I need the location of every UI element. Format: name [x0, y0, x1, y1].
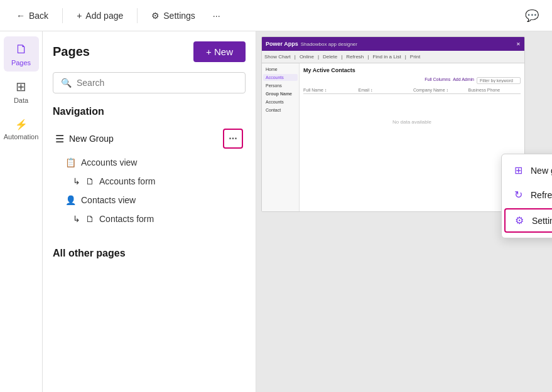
- pages-panel: Pages + New 🔍 Navigation ☰ New Group ···: [43, 31, 256, 392]
- sidebar-item-automation-label: Automation: [4, 133, 39, 140]
- search-icon: 🔍: [61, 78, 72, 88]
- preview-no-data: No data available: [303, 119, 521, 125]
- settings-button[interactable]: ⚙ Settings: [145, 7, 202, 24]
- contacts-form-icon: 🗋: [85, 214, 94, 224]
- pages-icon: 🗋: [15, 42, 28, 56]
- contacts-view-icon: 👤: [65, 195, 76, 205]
- data-icon: ⊞: [16, 79, 26, 94]
- preview-nav-accounts2: Accounts: [263, 98, 298, 105]
- toolbar-sep4: |: [367, 54, 369, 60]
- toolbar-sep2: |: [318, 54, 319, 60]
- toolbar-show-chart: Show Chart: [264, 54, 291, 60]
- add-page-label: Add page: [85, 11, 123, 21]
- toolbar-sep5: |: [405, 54, 406, 60]
- context-menu-settings[interactable]: ⚙ Settings: [504, 208, 552, 233]
- pages-header: Pages + New: [53, 41, 246, 62]
- accounts-form-icon: 🗋: [85, 176, 94, 186]
- three-dot-icon: ···: [229, 133, 237, 144]
- col-phone: Business Phone: [468, 88, 521, 92]
- nav-group-header[interactable]: ☰ New Group ···: [53, 125, 246, 152]
- divider-1: [62, 8, 63, 23]
- accounts-view-icon: 📋: [65, 157, 76, 167]
- settings-icon: ⚙: [513, 215, 526, 226]
- preview-nav-contact: Contact: [263, 107, 298, 114]
- back-button[interactable]: ← Back: [10, 7, 55, 24]
- new-btn-label: + New: [206, 46, 233, 57]
- new-button[interactable]: + New: [193, 41, 246, 62]
- back-icon: ←: [16, 11, 25, 21]
- nav-group-title-wrapper: ☰ New Group: [55, 133, 114, 145]
- navigation-section-title: Navigation: [53, 106, 246, 117]
- top-bar: ← Back + Add page ⚙ Settings ··· 💬: [0, 0, 552, 31]
- toolbar-print: Print: [410, 54, 420, 60]
- new-group-icon: ⊞: [512, 164, 524, 176]
- preview-nav-accounts: Accounts: [263, 74, 298, 81]
- nav-item-contacts-form[interactable]: ↳ 🗋 Contacts form: [53, 210, 246, 228]
- contacts-view-label: Contacts view: [81, 195, 136, 205]
- sidebar-item-pages[interactable]: 🗋 Pages: [4, 36, 39, 72]
- search-box: 🔍: [53, 72, 246, 93]
- accounts-form-label: Accounts form: [99, 176, 155, 186]
- add-page-button[interactable]: + Add page: [70, 7, 129, 24]
- preview-full-columns: Full Columns: [425, 77, 450, 84]
- preview-content: Home Accounts Persons Group Name Account…: [262, 63, 524, 211]
- add-icon: +: [77, 11, 82, 21]
- divider-2: [137, 8, 138, 23]
- pages-title: Pages: [53, 45, 90, 59]
- preview-add-admin: Add Admin: [453, 77, 474, 84]
- preview-area: Power Apps Shadowbox app designer ✕ Show…: [256, 31, 552, 392]
- preview-nav-persons: Persons: [263, 82, 298, 89]
- back-label: Back: [29, 11, 48, 21]
- preview-nav-group: Group Name: [263, 90, 298, 97]
- col-email: Email ↕: [359, 88, 411, 92]
- preview-window: Power Apps Shadowbox app designer ✕ Show…: [261, 36, 525, 212]
- toolbar-sep3: |: [341, 54, 342, 60]
- sidebar-item-automation[interactable]: ⚡ Automation: [4, 112, 39, 147]
- sub-arrow-icon: ↳: [73, 176, 80, 186]
- new-group-label: New group: [531, 166, 552, 176]
- preview-logo: Power Apps: [266, 41, 298, 47]
- col-fullname: Full Name ↕: [303, 88, 356, 92]
- col-company: Company Name ↕: [413, 88, 466, 92]
- toolbar-refresh: Refresh: [346, 54, 364, 60]
- chat-icon-button[interactable]: 💬: [522, 6, 542, 26]
- automation-icon: ⚡: [15, 119, 28, 130]
- nav-item-accounts-view[interactable]: 📋 Accounts view: [53, 154, 246, 171]
- nav-item-accounts-form[interactable]: ↳ 🗋 Accounts form: [53, 172, 246, 190]
- list-icon: ☰: [55, 133, 64, 145]
- preview-main-title: My Active Contacts: [303, 67, 521, 73]
- toolbar-find: Find in a List: [372, 54, 401, 60]
- sub-arrow-icon-2: ↳: [73, 214, 80, 224]
- preview-main: My Active Contacts Full Columns Add Admi…: [300, 63, 524, 211]
- preview-topbar: Power Apps Shadowbox app designer ✕: [262, 37, 524, 51]
- left-sidebar: 🗋 Pages ⊞ Data ⚡ Automation: [0, 31, 43, 392]
- sidebar-item-pages-label: Pages: [11, 59, 31, 66]
- preview-left-nav: Home Accounts Persons Group Name Account…: [262, 63, 300, 211]
- refresh-preview-label: Refresh preview: [531, 190, 552, 200]
- all-other-pages-title: All other pages: [53, 248, 246, 259]
- more-button[interactable]: ···: [207, 7, 227, 24]
- context-menu: ⊞ New group ↻ Refresh preview ⚙ Settings: [501, 154, 552, 238]
- nav-item-contacts-view[interactable]: 👤 Contacts view: [53, 191, 246, 209]
- three-dot-button[interactable]: ···: [223, 129, 243, 149]
- preview-designer-label: Shadowbox app designer: [301, 41, 357, 47]
- sidebar-item-data[interactable]: ⊞ Data: [4, 74, 39, 109]
- sidebar-item-data-label: Data: [14, 97, 28, 104]
- more-label: ···: [213, 11, 220, 21]
- preview-table-header: Full Name ↕ Email ↕ Company Name ↕ Busin…: [303, 87, 521, 94]
- main-layout: 🗋 Pages ⊞ Data ⚡ Automation Pages + New …: [0, 31, 552, 392]
- search-input[interactable]: [77, 78, 237, 88]
- nav-group-title: New Group: [69, 134, 114, 144]
- settings-label: Settings: [163, 11, 195, 21]
- chat-icon: 💬: [525, 9, 539, 23]
- context-menu-refresh-preview[interactable]: ↻ Refresh preview: [502, 183, 552, 207]
- toolbar-delete: Delete: [323, 54, 337, 60]
- toolbar-sep: |: [295, 54, 296, 60]
- contacts-form-label: Contacts form: [99, 214, 154, 224]
- accounts-view-label: Accounts view: [81, 157, 137, 167]
- nav-group: ☰ New Group ··· 📋 Accounts view ↳ 🗋 Acco…: [53, 125, 246, 228]
- context-menu-new-group[interactable]: ⊞ New group: [502, 158, 552, 183]
- toolbar-online: Online: [300, 54, 314, 60]
- preview-filter-input[interactable]: [477, 77, 521, 84]
- refresh-icon: ↻: [512, 189, 524, 201]
